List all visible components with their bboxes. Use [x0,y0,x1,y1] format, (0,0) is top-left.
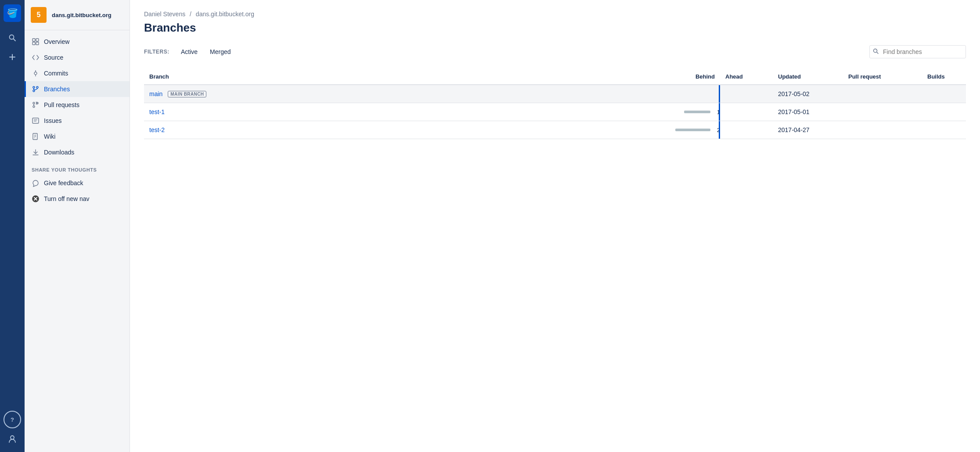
branch-link-test2[interactable]: test-2 [149,126,165,133]
global-nav: 🪣 ? [0,0,25,452]
behind-bar-test2 [675,129,710,131]
sidebar-item-label: Overview [44,38,69,45]
user-icon[interactable] [4,430,21,448]
pr-cell-test2 [843,121,922,139]
sidebar-item-label: Give feedback [44,179,83,187]
sidebar-item-commits[interactable]: Commits [25,65,130,81]
branch-link-main[interactable]: main [149,90,162,97]
svg-point-13 [33,90,35,92]
svg-point-17 [33,106,35,108]
sidebar-item-label: Pull requests [44,101,79,108]
branch-link-test1[interactable]: test-1 [149,108,165,115]
svg-rect-8 [36,42,39,45]
sidebar-item-pull-requests[interactable]: Pull requests [25,97,130,113]
svg-rect-6 [36,39,39,41]
global-nav-bottom: ? [4,411,21,448]
behind-cell-test1: 1 [641,103,720,121]
col-pull-request: Pull request [843,69,922,85]
share-section-label: SHARE YOUR THOUGHTS [25,160,130,175]
branch-name-cell: test-1 [144,103,641,121]
sidebar-navigation: Overview Source Commits Branches [25,30,130,452]
sidebar-item-turn-off-nav[interactable]: Turn off new nav [25,191,130,207]
sidebar-header: 5 dans.git.bitbucket.org [25,0,130,30]
filter-active[interactable]: Active [175,46,204,58]
page-title: Branches [144,21,966,35]
sidebar: 5 dans.git.bitbucket.org Overview Source… [25,0,130,452]
pr-cell-test1 [843,103,922,121]
sidebar-item-label: Turn off new nav [44,195,90,202]
sidebar-item-downloads[interactable]: Downloads [25,144,130,160]
sidebar-item-wiki[interactable]: Wiki [25,129,130,144]
breadcrumb: Daniel Stevens / dans.git.bitbucket.org [144,11,966,18]
branches-table: Branch Behind Ahead Updated Pull request… [144,69,966,139]
builds-cell-test1 [922,103,966,121]
find-branches-wrapper [869,45,966,58]
builds-cell-test2 [922,121,966,139]
updated-cell-test1: 2017-05-01 [773,103,843,121]
create-icon[interactable] [4,48,21,66]
sidebar-item-label: Wiki [44,133,55,140]
svg-point-16 [33,102,35,104]
svg-line-32 [877,52,878,54]
filters-bar: FILTERS: Active Merged [144,45,966,58]
col-builds: Builds [922,69,966,85]
pr-cell-main [843,85,922,103]
updated-cell-main: 2017-05-02 [773,85,843,103]
table-row: test-2 2 2017-04-27 [144,121,966,139]
find-branches-input[interactable] [869,45,966,58]
sidebar-item-label: Branches [44,86,70,93]
svg-point-12 [33,86,35,88]
builds-cell-main [922,85,966,103]
behind-cell-test2: 2 [641,121,720,139]
svg-point-9 [34,72,37,75]
filter-merged[interactable]: Merged [204,46,237,58]
svg-point-14 [36,86,38,88]
svg-line-1 [14,39,16,41]
search-global-icon[interactable] [4,29,21,47]
filters-label: FILTERS: [144,49,169,55]
table-row: main MAIN BRANCH 2017-05-02 [144,85,966,103]
svg-rect-5 [32,39,35,41]
branch-name-cell: test-2 [144,121,641,139]
repo-name: dans.git.bitbucket.org [52,12,112,18]
sidebar-item-branches[interactable]: Branches [25,81,130,97]
breadcrumb-separator: / [190,11,191,18]
behind-bar-test1 [684,111,710,113]
sidebar-item-source[interactable]: Source [25,50,130,65]
breadcrumb-repo[interactable]: dans.git.bitbucket.org [196,11,254,18]
pull-requests-icon [32,101,40,109]
sidebar-item-issues[interactable]: Issues [25,113,130,129]
search-branches-icon [873,48,879,55]
sidebar-item-overview[interactable]: Overview [25,34,130,50]
repo-icon: 5 [31,7,47,23]
breadcrumb-user[interactable]: Daniel Stevens [144,11,185,18]
branch-name-cell: main MAIN BRANCH [144,85,641,103]
commits-icon [32,69,40,77]
wiki-icon [32,133,40,140]
main-content: Daniel Stevens / dans.git.bitbucket.org … [130,0,980,452]
branch-divider [719,121,720,139]
branch-divider [719,103,720,121]
sidebar-item-label: Source [44,54,63,61]
sidebar-item-give-feedback[interactable]: Give feedback [25,175,130,191]
ahead-cell-test2 [720,121,773,139]
logo-icon[interactable]: 🪣 [4,4,21,22]
issues-icon [32,117,40,125]
col-updated: Updated [773,69,843,85]
behind-cell-main [641,85,720,103]
svg-point-4 [11,436,14,439]
branches-icon [32,85,40,93]
table-row: test-1 1 2017-05-01 [144,103,966,121]
feedback-icon [32,179,40,187]
ahead-cell-main [720,85,773,103]
sidebar-item-label: Issues [44,117,61,124]
col-branch: Branch [144,69,641,85]
col-ahead: Ahead [720,69,773,85]
sidebar-item-label: Downloads [44,149,74,156]
downloads-icon [32,148,40,156]
main-branch-badge: MAIN BRANCH [168,91,206,97]
source-icon [32,54,40,61]
help-icon[interactable]: ? [4,411,21,428]
svg-rect-7 [32,42,35,45]
turn-off-icon [32,195,40,203]
